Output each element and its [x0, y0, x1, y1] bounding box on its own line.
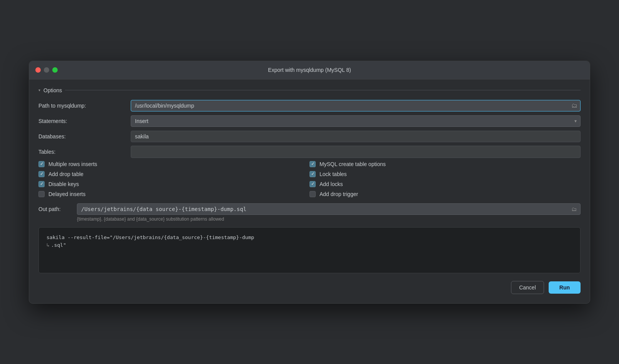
- export-dialog: Export with mysqldump (MySQL 8) ▾ Option…: [29, 61, 590, 304]
- options-section-label: Options: [43, 87, 62, 93]
- outpath-input[interactable]: [77, 203, 581, 215]
- add-drop-table-checkbox[interactable]: ✓: [38, 171, 45, 177]
- path-hint: {timestamp}, {database} and {data_source…: [77, 216, 581, 222]
- add-drop-trigger-label: Add drop trigger: [319, 191, 358, 197]
- tables-control: [131, 146, 581, 158]
- titlebar: Export with mysqldump (MySQL 8): [29, 61, 590, 80]
- databases-input[interactable]: [131, 131, 581, 142]
- options-section-header: ▾ Options: [38, 87, 581, 93]
- check-icon: ✓: [311, 162, 314, 166]
- path-input-wrapper: 🗂: [131, 100, 581, 111]
- lock-tables-label: Lock tables: [319, 171, 347, 177]
- path-folder-button[interactable]: 🗂: [571, 102, 577, 109]
- check-icon: ✓: [40, 182, 43, 186]
- delayed-inserts-checkbox[interactable]: [38, 191, 45, 197]
- check-icon: ✓: [40, 162, 43, 166]
- lock-tables-checkbox[interactable]: ✓: [310, 171, 316, 177]
- check-icon: ✓: [311, 182, 314, 186]
- mysql-create-label: MySQL create table options: [319, 161, 386, 167]
- outpath-input-wrapper: 🗂: [77, 203, 581, 215]
- add-locks-checkbox[interactable]: ✓: [310, 181, 316, 187]
- databases-label: Databases:: [38, 133, 131, 140]
- checkbox-column-2: ✓ MySQL create table options ✓ Lock tabl…: [310, 161, 581, 197]
- add-drop-trigger-checkbox[interactable]: [310, 191, 316, 197]
- checkbox-delayed-inserts: Delayed inserts: [38, 191, 310, 197]
- tables-row: Tables:: [38, 146, 581, 158]
- tables-input[interactable]: [131, 146, 581, 158]
- dialog-footer: Cancel Run: [38, 279, 581, 296]
- checkbox-lock-tables: ✓ Lock tables: [310, 171, 581, 177]
- checkbox-add-drop-trigger: Add drop trigger: [310, 191, 581, 197]
- statements-row: Statements: Insert ▾: [38, 115, 581, 127]
- checkbox-column-1: ✓ Multiple rows inserts ✓ Add drop table…: [38, 161, 310, 197]
- window-controls: [35, 67, 58, 73]
- delayed-inserts-label: Delayed inserts: [48, 191, 86, 197]
- statements-select-wrapper: Insert ▾: [131, 115, 581, 127]
- checkbox-add-locks: ✓ Add locks: [310, 181, 581, 187]
- add-drop-table-label: Add drop table: [48, 171, 83, 177]
- statements-select[interactable]: Insert: [131, 115, 581, 127]
- options-chevron-icon: ▾: [38, 88, 40, 92]
- mysql-create-checkbox[interactable]: ✓: [310, 161, 316, 167]
- checkbox-multiple-rows: ✓ Multiple rows inserts: [38, 161, 310, 167]
- add-locks-label: Add locks: [319, 181, 343, 187]
- dialog-content: ▾ Options Path to mysqldump: 🗂 Statement…: [29, 80, 590, 303]
- multiple-rows-label: Multiple rows inserts: [48, 161, 97, 167]
- checkboxes-section: ✓ Multiple rows inserts ✓ Add drop table…: [38, 161, 581, 197]
- code-preview: sakila --result-file="/Users/jetbrains/{…: [38, 227, 581, 273]
- check-icon: ✓: [311, 172, 314, 176]
- cancel-button[interactable]: Cancel: [511, 281, 544, 294]
- path-label: Path to mysqldump:: [38, 103, 131, 109]
- checkbox-mysql-create: ✓ MySQL create table options: [310, 161, 581, 167]
- outpath-folder-icon[interactable]: 🗂: [571, 206, 577, 212]
- tables-label: Tables:: [38, 149, 131, 155]
- statements-label: Statements:: [38, 118, 131, 124]
- code-line-1: sakila --result-file="/Users/jetbrains/{…: [47, 234, 572, 242]
- outpath-label: Out path:: [38, 206, 77, 212]
- code-line-2: ↳.sql": [47, 241, 572, 249]
- maximize-button[interactable]: [52, 67, 58, 73]
- check-icon: ✓: [40, 172, 43, 176]
- disable-keys-label: Disable keys: [48, 181, 79, 187]
- checkbox-disable-keys: ✓ Disable keys: [38, 181, 310, 187]
- multiple-rows-checkbox[interactable]: ✓: [38, 161, 45, 167]
- disable-keys-checkbox[interactable]: ✓: [38, 181, 45, 187]
- continuation-arrow-icon: ↳: [47, 242, 50, 248]
- run-button[interactable]: Run: [549, 281, 581, 294]
- window-title: Export with mysqldump (MySQL 8): [268, 67, 351, 73]
- path-input[interactable]: [131, 100, 581, 111]
- close-button[interactable]: [35, 67, 41, 73]
- minimize-button[interactable]: [44, 67, 49, 73]
- checkbox-add-drop-table: ✓ Add drop table: [38, 171, 310, 177]
- path-row: Path to mysqldump: 🗂: [38, 100, 581, 112]
- code-text-1: sakila --result-file="/Users/jetbrains/{…: [47, 234, 254, 240]
- databases-control: [131, 131, 581, 142]
- databases-row: Databases:: [38, 130, 581, 143]
- code-text-2: .sql": [51, 242, 66, 248]
- outpath-row: Out path: 🗂: [38, 203, 581, 215]
